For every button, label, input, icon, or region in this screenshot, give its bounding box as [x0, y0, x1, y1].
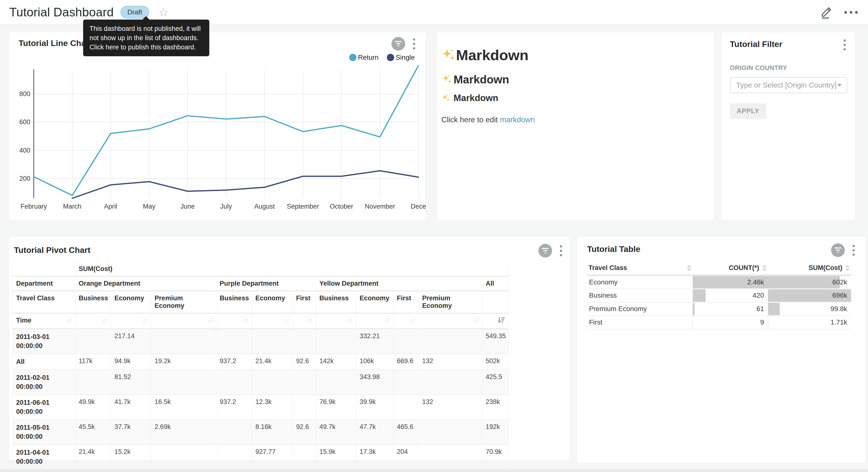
origin-country-select[interactable]: Type or Select [Origin Country] [730, 77, 847, 93]
pivot-row-label: All [13, 354, 75, 370]
x-tick-label: June [181, 203, 195, 210]
table-row: Economy2.46k602k [587, 275, 851, 289]
sort-caret-icon[interactable] [845, 265, 850, 271]
legend-label: Single [396, 54, 415, 61]
pivot-row-label: 2011-03-01 00:00:00 [13, 329, 75, 354]
pivot-sort-header [482, 313, 509, 329]
chevron-down-icon [837, 84, 842, 87]
sort-icon[interactable]: ↓↑ [284, 317, 289, 324]
pivot-sort-header: ↓↑ [216, 313, 252, 329]
sort-icon[interactable]: ↓↑ [410, 317, 415, 324]
pivot-cell: 17.3k [356, 445, 393, 470]
pivot-cell: 49.9k [75, 395, 111, 420]
column-header-sum-cost[interactable]: SUM(Cost) [768, 261, 851, 275]
line-chart-title: Tutorial Line Chart [19, 38, 92, 48]
apply-button[interactable]: APPLY [730, 104, 766, 119]
x-tick-label: Dece [410, 203, 426, 210]
pivot-sort-header: ↓↑ [75, 313, 111, 329]
y-tick-label: 600 [19, 118, 30, 126]
legend-item-return[interactable]: Return [349, 54, 378, 61]
pivot-sort-header: ↓↑ [356, 313, 393, 329]
table-row: Business420696k [587, 289, 851, 302]
line-chart-plot: 200400600800FebruaryMarchAprilMayJuneJul… [9, 64, 426, 217]
sort-icon[interactable]: ↓↑ [66, 317, 72, 324]
column-header-travel-class[interactable]: Travel Class [587, 261, 693, 275]
chart-kebab-menu-icon[interactable] [412, 37, 416, 50]
filter-scope-icon[interactable] [538, 244, 552, 258]
pivot-cell: 92.6 [292, 354, 316, 370]
chart-kebab-menu-icon[interactable] [851, 244, 856, 257]
markdown-paragraph-text: Click here to edit [441, 115, 500, 124]
filter-scope-icon[interactable] [831, 243, 845, 257]
pivot-cell [393, 395, 418, 420]
column-header-count[interactable]: COUNT(*) [693, 261, 768, 275]
y-tick-label: 200 [19, 175, 30, 182]
pivot-class-header: Premium Economy [151, 291, 216, 313]
markdown-h3: Markdown [441, 93, 704, 103]
sort-icon[interactable]: ↓↑ [347, 317, 352, 324]
pivot-row-label: 2011-04-01 00:00:00 [13, 445, 75, 470]
count-cell: 2.46k [693, 275, 768, 289]
pivot-cell [418, 420, 482, 445]
table-row: First91.71k [587, 316, 851, 329]
sum-cell: 696k [768, 289, 851, 302]
sort-icon[interactable]: ↓↑ [142, 317, 148, 324]
pivot-cell: 12.3k [252, 395, 292, 420]
pivot-cell [252, 370, 292, 395]
pivot-cell: 549.35 [482, 329, 509, 354]
pivot-cell: 45.5k [75, 420, 111, 445]
pivot-chart-card: Tutorial Pivot Chart SUM(Cost)Department… [9, 236, 570, 460]
sort-icon[interactable]: ↓↑ [207, 317, 213, 324]
origin-country-label: ORIGIN COUNTRY [730, 64, 847, 72]
pivot-cell: 76.9k [316, 395, 356, 420]
data-table-card: Tutorial Table Travel ClassCOUNT(*)SUM(C… [577, 236, 866, 463]
pivot-group-header: Purple Department [216, 276, 316, 291]
favorite-star-icon[interactable]: ☆ [158, 7, 168, 18]
pivot-sort-header: ↓↑ [111, 313, 151, 329]
pivot-row-label: 2011-06-01 00:00:00 [13, 395, 75, 420]
data-table-title: Tutorial Table [587, 244, 856, 254]
chart-kebab-menu-icon[interactable] [559, 244, 563, 257]
pivot-group-header: All [482, 276, 509, 291]
pivot-class-header: Business [216, 291, 252, 313]
sum-bar [768, 303, 780, 315]
pivot-class-header: Economy [252, 291, 292, 313]
filter-kebab-menu-icon[interactable] [843, 38, 847, 51]
sum-cell: 1.71k [768, 316, 851, 329]
sort-icon[interactable]: ↓↑ [243, 317, 248, 324]
more-options-icon[interactable] [844, 11, 858, 14]
sort-descending-icon[interactable] [498, 317, 505, 324]
pivot-row: All117k94.9k19.2k937.221.4k92.6142k106k6… [13, 354, 509, 370]
pivot-row: 2011-02-01 00:00:0081.52343.98425.5 [13, 370, 509, 395]
pivot-class-header: Premium Economy [418, 291, 482, 313]
pivot-corner-cell [13, 262, 75, 276]
sort-icon[interactable]: ↓↑ [307, 317, 312, 324]
pivot-cell [418, 370, 482, 395]
chart-legend: ReturnSingle [349, 54, 415, 61]
pivot-class-header: Economy [111, 291, 151, 313]
edit-pencil-icon[interactable] [819, 5, 833, 19]
sort-caret-icon[interactable] [762, 265, 767, 271]
pivot-cell: 39.9k [356, 395, 393, 420]
sum-cell: 99.8k [768, 302, 851, 316]
markdown-edit-link[interactable]: markdown [500, 115, 535, 124]
filter-scope-icon[interactable] [392, 37, 405, 51]
markdown-h2: Markdown [441, 73, 704, 86]
pivot-sort-header: ↓↑ [418, 313, 482, 329]
sort-icon[interactable]: ↓↑ [102, 317, 107, 324]
pivot-row-dim-header: Department [13, 276, 75, 291]
travel-class-cell: Premium Economy [587, 302, 693, 316]
single-line-series [72, 171, 418, 198]
pivot-cell: 15.2k [111, 445, 151, 470]
sort-icon[interactable]: ↓↑ [473, 317, 478, 324]
pivot-cell: 16.5k [151, 395, 216, 420]
tooltip-line: Click here to publish this dashboard. [90, 42, 203, 52]
sort-caret-icon[interactable] [687, 265, 691, 271]
pivot-cell: 132 [418, 395, 482, 420]
x-tick-label: April [104, 203, 117, 210]
pivot-cell [292, 329, 316, 354]
sort-icon[interactable]: ↓↑ [384, 317, 390, 324]
legend-item-single[interactable]: Single [387, 54, 415, 61]
pivot-cell: 669.6 [393, 354, 418, 370]
pivot-cell [151, 370, 216, 395]
